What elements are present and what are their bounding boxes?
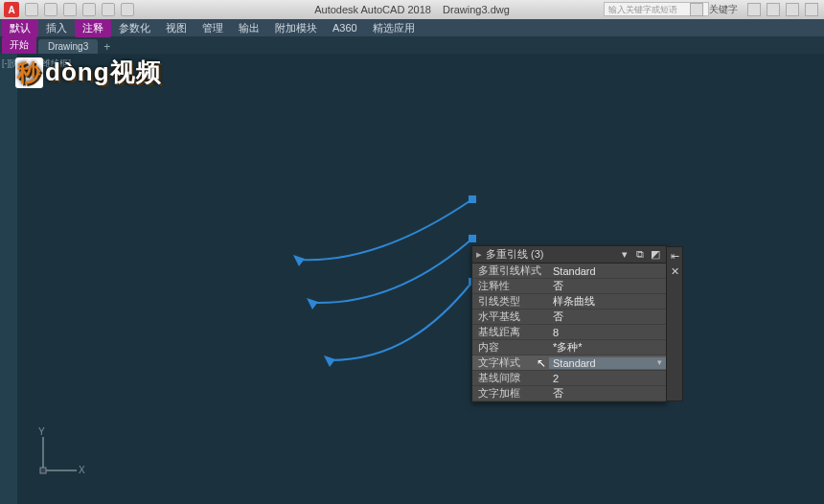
palette-quickselect-icon[interactable]: ⧉	[633, 248, 647, 262]
svg-rect-2	[40, 468, 46, 473]
qat-save-icon[interactable]	[63, 3, 77, 16]
palette-body: 多重引线样式Standard注释性否引线类型样条曲线水平基线否基线距离8内容*多…	[472, 263, 666, 401]
minimize-icon[interactable]	[767, 3, 780, 16]
tab-view[interactable]: 视图	[158, 19, 195, 37]
property-value[interactable]: 否	[549, 309, 666, 324]
property-value[interactable]: *多种*	[549, 340, 666, 355]
qat-undo-icon[interactable]	[82, 3, 96, 16]
property-label: 基线间隙	[472, 371, 549, 385]
qat-redo-icon[interactable]	[102, 3, 115, 16]
qat-new-icon[interactable]	[25, 3, 38, 16]
ucs-icon[interactable]: Y X	[29, 427, 86, 485]
property-value[interactable]: Standard	[549, 265, 666, 277]
property-row-7[interactable]: 基线间隙2	[472, 371, 666, 386]
maximize-icon[interactable]	[786, 3, 799, 16]
property-row-8[interactable]: 文字加框否	[472, 386, 666, 401]
keyword-label: 关键字	[709, 3, 738, 16]
palette-title: 多重引线 (3)	[486, 247, 616, 262]
property-row-3[interactable]: 水平基线否	[472, 309, 666, 325]
close-icon[interactable]	[805, 3, 818, 16]
qat-plot-icon[interactable]	[121, 3, 134, 16]
leader-3-arrow-icon[interactable]	[324, 355, 335, 367]
watermark-part1: 秒	[15, 57, 43, 88]
leader-1-arrow-icon[interactable]	[293, 255, 305, 266]
property-value[interactable]: 8	[549, 327, 666, 338]
leader-curves	[0, 54, 824, 504]
tab-output[interactable]: 输出	[231, 19, 267, 37]
property-label: 文字样式	[472, 355, 549, 370]
palette-sidebar: ⇤ ✕	[666, 246, 683, 401]
property-row-5[interactable]: 内容*多种*	[472, 340, 666, 355]
quick-access-toolbar	[25, 3, 134, 16]
ucs-x-label: X	[79, 465, 85, 475]
property-row-1[interactable]: 注释性否	[472, 279, 666, 294]
property-label: 注释性	[472, 279, 549, 293]
app-icon[interactable]: A	[4, 2, 19, 17]
property-value[interactable]: 2	[549, 373, 666, 384]
leader-2[interactable]	[312, 239, 472, 303]
tab-manage[interactable]: 管理	[195, 19, 231, 37]
app-name: Autodesk AutoCAD 2018	[314, 4, 431, 15]
property-label: 基线距离	[472, 325, 549, 339]
property-label: 文字加框	[472, 386, 549, 401]
help-icon[interactable]	[747, 3, 761, 16]
info-center-icon[interactable]	[690, 3, 703, 16]
palette-autohide-icon[interactable]: ⇤	[668, 249, 681, 263]
add-tab-icon[interactable]: +	[103, 40, 110, 54]
watermark-rest: dòng视频	[45, 56, 162, 89]
palette-close-icon[interactable]: ✕	[668, 264, 681, 278]
document-tabs: 开始 Drawing3 +	[0, 36, 824, 54]
tab-insert[interactable]: 插入	[38, 19, 75, 37]
property-label: 内容	[472, 340, 549, 355]
leader-3[interactable]	[330, 282, 472, 360]
property-label: 引线类型	[472, 294, 549, 309]
qat-open-icon[interactable]	[44, 3, 57, 16]
ucs-y-label: Y	[38, 427, 45, 437]
start-tab[interactable]: 开始	[2, 36, 36, 54]
object-type-dropdown-icon[interactable]: ▸	[476, 248, 482, 261]
property-label: 水平基线	[472, 309, 549, 324]
viewport-left-strip	[0, 54, 17, 504]
palette-pick-icon[interactable]: ◩	[649, 248, 662, 262]
drawing-tab[interactable]: Drawing3	[38, 39, 98, 54]
tab-default[interactable]: 默认	[2, 19, 38, 37]
property-row-2[interactable]: 引线类型样条曲线	[472, 294, 666, 309]
palette-titlebar[interactable]: ▸ 多重引线 (3) ▾ ⧉ ◩	[472, 246, 666, 263]
tab-a360[interactable]: A360	[325, 20, 365, 35]
tab-parametric[interactable]: 参数化	[111, 19, 158, 37]
ribbon-tabs: 默认 插入 注释 参数化 视图 管理 输出 附加模块 A360 精选应用	[0, 19, 824, 36]
property-value[interactable]: Standard▾	[549, 357, 666, 369]
properties-palette[interactable]: ▸ 多重引线 (3) ▾ ⧉ ◩ ⇤ ✕ 多重引线样式Standard注释性否引…	[471, 245, 667, 402]
property-label: 多重引线样式	[472, 263, 549, 278]
title-bar: A Autodesk AutoCAD 2018 Drawing3.dwg 输入关…	[0, 0, 824, 19]
tab-featured[interactable]: 精选应用	[365, 19, 423, 37]
palette-select-icon[interactable]: ▾	[618, 248, 631, 262]
watermark-logo: 秒 dòng视频	[15, 56, 162, 89]
property-row-4[interactable]: 基线距离8	[472, 325, 666, 340]
leader-1-grip-icon[interactable]	[469, 195, 476, 203]
leader-2-grip-icon[interactable]	[469, 235, 476, 242]
property-row-0[interactable]: 多重引线样式Standard	[472, 263, 666, 279]
property-value[interactable]: 否	[549, 386, 666, 401]
title-right-controls: 关键字	[690, 3, 818, 16]
document-name: Drawing3.dwg	[443, 4, 510, 15]
property-value[interactable]: 否	[549, 279, 666, 293]
leader-1[interactable]	[299, 199, 472, 260]
tab-addins[interactable]: 附加模块	[267, 19, 325, 37]
window-title: Autodesk AutoCAD 2018 Drawing3.dwg	[314, 4, 510, 15]
drawing-canvas[interactable]: [-][俯视][二维线框] 秒 dòng视频 Y X ▸ 多重引线 (3) ▾ …	[0, 54, 824, 504]
property-row-6[interactable]: 文字样式Standard▾	[472, 355, 666, 371]
leader-2-arrow-icon[interactable]	[307, 298, 318, 309]
tab-annotate[interactable]: 注释	[75, 19, 111, 37]
property-value[interactable]: 样条曲线	[549, 294, 666, 309]
dropdown-icon[interactable]: ▾	[657, 357, 662, 367]
